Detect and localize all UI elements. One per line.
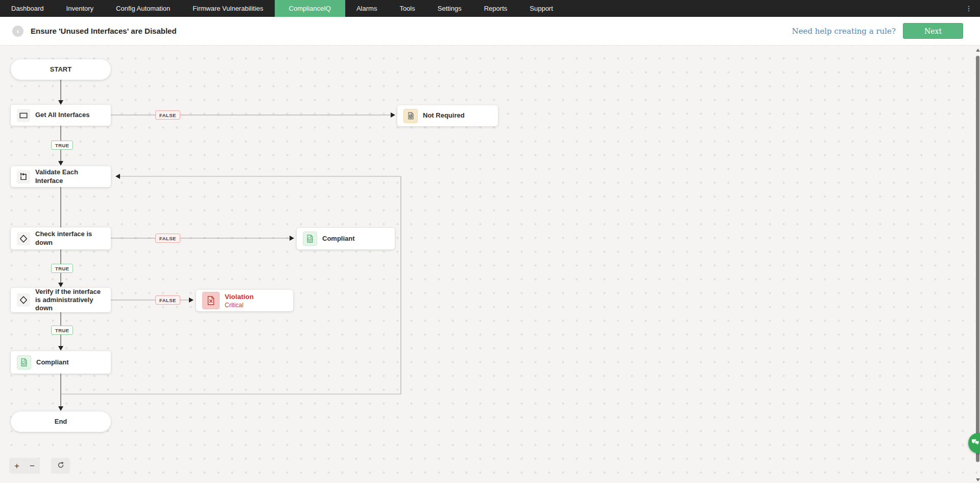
document-check-icon xyxy=(303,232,317,246)
flow-node-verify-admin-down[interactable]: Verify if the interface is administrativ… xyxy=(11,288,111,312)
top-navbar: Dashboard Inventory Config Automation Fi… xyxy=(0,0,980,17)
flow-node-get-all-interfaces[interactable]: Get All Interfaces xyxy=(11,105,111,126)
nav-item-complianceiq[interactable]: ComplianceIQ xyxy=(275,0,345,17)
chevron-left-icon: ‹ xyxy=(17,27,19,35)
violation-text: Violation Critical xyxy=(225,293,254,309)
zoom-in-button[interactable]: + xyxy=(9,458,25,474)
edge-badge-false: FALSE xyxy=(155,234,180,243)
refresh-icon xyxy=(57,461,65,471)
flow-node-end[interactable]: End xyxy=(11,411,111,432)
zoom-controls: + − xyxy=(9,458,40,474)
flow-node-not-required[interactable]: Not Required xyxy=(397,105,498,126)
page-title: Ensure 'Unused Interfaces' are Disabled xyxy=(31,27,177,35)
flow-node-check-interface-down[interactable]: Check interface is down xyxy=(11,227,111,249)
nav-item-inventory[interactable]: Inventory xyxy=(55,0,105,17)
back-button[interactable]: ‹ xyxy=(12,26,23,37)
scrollbar-thumb[interactable] xyxy=(976,56,979,462)
edge-badge-true: TRUE xyxy=(51,264,73,273)
node-label: Get All Interfaces xyxy=(35,111,89,119)
flowchart-canvas[interactable]: START Get All Interfaces FALSE Not Requi… xyxy=(0,45,980,483)
node-label: Compliant xyxy=(36,358,69,366)
nav-item-reports[interactable]: Reports xyxy=(473,0,519,17)
node-label: End xyxy=(55,418,67,426)
edge-badge-false: FALSE xyxy=(155,110,180,120)
nav-item-config-automation[interactable]: Config Automation xyxy=(105,0,181,17)
document-check-icon xyxy=(17,355,31,370)
document-slash-icon xyxy=(403,109,418,123)
zoom-out-button[interactable]: − xyxy=(25,458,40,474)
nav-item-alarms[interactable]: Alarms xyxy=(345,0,388,17)
scroll-up-arrow[interactable] xyxy=(976,49,980,52)
severity-label: Critical xyxy=(225,302,254,309)
node-label: START xyxy=(50,65,71,74)
edge-badge-true: TRUE xyxy=(51,326,73,335)
next-button[interactable]: Next xyxy=(903,23,963,39)
node-label: Compliant xyxy=(322,235,355,243)
rectangle-icon xyxy=(17,109,30,122)
flow-node-start[interactable]: START xyxy=(11,59,111,80)
nav-item-tools[interactable]: Tools xyxy=(388,0,426,17)
rule-header: ‹ Ensure 'Unused Interfaces' are Disable… xyxy=(0,17,980,45)
node-label: Not Required xyxy=(423,111,465,120)
diamond-icon xyxy=(17,293,30,307)
node-label: Check interface is down xyxy=(35,230,105,247)
nav-item-settings[interactable]: Settings xyxy=(426,0,473,17)
nav-item-support[interactable]: Support xyxy=(518,0,564,17)
flow-node-compliant-bottom[interactable]: Compliant xyxy=(11,351,111,374)
node-label: Violation xyxy=(225,293,254,301)
kebab-menu-icon[interactable]: ⋮ xyxy=(963,0,975,17)
nav-item-dashboard[interactable]: Dashboard xyxy=(0,0,55,17)
flow-node-violation[interactable]: Violation Critical xyxy=(196,290,293,311)
document-x-icon xyxy=(202,292,220,309)
help-link[interactable]: Need help creating a rule? xyxy=(792,27,896,36)
chat-bubbles-icon xyxy=(971,439,979,448)
node-label: Validate Each Interface xyxy=(35,168,105,185)
edge-badge-false: FALSE xyxy=(155,295,180,305)
nav-item-firmware-vulnerabilities[interactable]: Firmware Vulnerabilities xyxy=(181,0,274,17)
edge-badge-true: TRUE xyxy=(51,141,73,150)
reset-view-button[interactable] xyxy=(51,458,70,474)
loop-icon xyxy=(17,170,30,183)
diamond-icon xyxy=(17,232,30,245)
flow-node-compliant-right[interactable]: Compliant xyxy=(297,228,395,249)
scroll-down-arrow[interactable] xyxy=(976,478,980,481)
flow-node-validate-each-interface[interactable]: Validate Each Interface xyxy=(11,166,111,187)
node-label: Verify if the interface is administrativ… xyxy=(35,288,105,313)
vertical-scrollbar xyxy=(975,45,980,483)
